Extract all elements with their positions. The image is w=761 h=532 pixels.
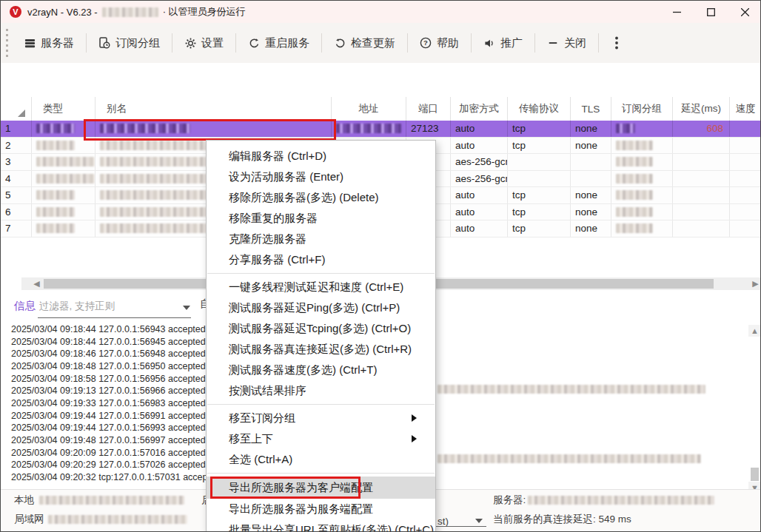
column-header-address[interactable]: 地址 bbox=[332, 97, 406, 121]
toolbar-item-label: 服务器 bbox=[41, 36, 74, 50]
menu-item-move-up-down[interactable]: 移至上下 bbox=[207, 428, 435, 449]
redacted-type bbox=[36, 190, 75, 200]
column-header-port[interactable]: 端口 bbox=[406, 97, 451, 121]
menu-item-export-server-config[interactable]: 导出所选服务器为服务端配置 bbox=[207, 499, 435, 519]
column-header-num[interactable] bbox=[1, 97, 32, 121]
toolbar-item-restart-service[interactable]: 重启服务 bbox=[238, 32, 319, 55]
toolbar-item-check-update[interactable]: 检查更新 bbox=[324, 32, 405, 55]
menu-item-export-client-config[interactable]: 导出所选服务器为客户端配置 bbox=[207, 477, 435, 499]
menu-item-remove-duplicate-servers[interactable]: 移除重复的服务器 bbox=[207, 208, 435, 229]
title-bar: V v2rayN - V6.23 - · 以管理员身份运行 bbox=[1, 1, 761, 23]
toolbar-item-more[interactable] bbox=[601, 33, 632, 53]
log-line-text: 2025/03/04 09:19:44 127.0.0.1:56993 acce… bbox=[11, 422, 206, 433]
select-all-corner-icon[interactable] bbox=[18, 110, 25, 117]
delay-value: 608 bbox=[706, 123, 723, 134]
chevron-down-icon[interactable] bbox=[475, 519, 483, 523]
vertical-scrollbar-thumb[interactable] bbox=[751, 468, 759, 481]
tls-cell bbox=[571, 171, 611, 187]
log-line-text: 2025/03/04 09:19:44 127.0.0.1:56991 acce… bbox=[11, 411, 206, 421]
column-header-transport[interactable]: 传输协议 bbox=[508, 97, 571, 121]
transport-value: tcp bbox=[512, 223, 526, 234]
column-header-encryption[interactable]: 加密方式 bbox=[451, 97, 508, 121]
toolbar-item-servers[interactable]: 服务器 bbox=[14, 32, 84, 55]
submenu-arrow-icon bbox=[412, 414, 417, 422]
menu-item-label: 导出所选服务器为服务端配置 bbox=[229, 502, 373, 515]
num-cell: 7 bbox=[1, 220, 32, 237]
log-info-tab[interactable]: 信息 bbox=[14, 299, 36, 313]
menu-item-test-latency-and-speed[interactable]: 一键多线程测试延迟和速度 (Ctrl+E) bbox=[207, 277, 435, 297]
menu-item-sort-by-test-result[interactable]: 按测试结果排序 bbox=[207, 380, 435, 401]
menu-item-test-tcping[interactable]: 测试服务器延迟Tcping(多选) (Ctrl+O) bbox=[207, 318, 435, 339]
transport-value: tcp bbox=[512, 206, 526, 218]
num-cell: 2 bbox=[1, 138, 32, 154]
close-button[interactable] bbox=[728, 1, 761, 23]
subscription_group-cell bbox=[611, 204, 673, 220]
redacted-type bbox=[36, 207, 75, 217]
encryption-value: aes-256-gcm bbox=[455, 173, 508, 184]
redacted-title-text bbox=[102, 7, 158, 17]
scroll-left-arrow[interactable]: ◀ bbox=[30, 277, 43, 290]
subscription_group-cell bbox=[611, 138, 673, 154]
toolbar-item-help[interactable]: ?帮助 bbox=[410, 32, 469, 55]
maximize-button[interactable] bbox=[694, 1, 728, 23]
num-cell: 5 bbox=[1, 187, 32, 203]
port-cell: 27123 bbox=[406, 121, 451, 137]
column-header-subscription_group[interactable]: 订阅分组 bbox=[611, 97, 673, 121]
column-header-speed[interactable]: 速度 bbox=[730, 97, 761, 121]
redacted-type bbox=[36, 124, 75, 133]
log-line-text: 2025/03/04 09:18:58 127.0.0.1:56956 acce… bbox=[11, 374, 206, 384]
annotation-box-selected-row bbox=[84, 119, 336, 141]
log-filter-input[interactable]: 过滤器, 支持正则 bbox=[39, 300, 115, 313]
system-proxy-combobox[interactable]: st) bbox=[438, 516, 449, 527]
menu-item-move-to-subscription-group[interactable]: 移至订阅分组 bbox=[207, 408, 435, 428]
chevron-down-icon[interactable] bbox=[183, 306, 190, 310]
column-header-tls[interactable]: TLS bbox=[571, 97, 611, 121]
toolbar-item-close[interactable]: 关闭 bbox=[537, 32, 596, 55]
toolbar-item-subscription-groups[interactable]: 订阅分组 bbox=[89, 32, 170, 55]
scroll-up-arrow[interactable]: ▲ bbox=[748, 325, 761, 337]
speed-cell bbox=[730, 171, 761, 187]
menu-item-label: 测试服务器速度(多选) (Ctrl+T) bbox=[229, 363, 377, 376]
svg-text:?: ? bbox=[423, 38, 428, 47]
speed-cell bbox=[730, 220, 761, 237]
menu-item-clone-selected-servers[interactable]: 克隆所选服务器 bbox=[207, 229, 435, 249]
menu-item-test-ping[interactable]: 测试服务器延迟Ping(多选) (Ctrl+P) bbox=[207, 297, 435, 318]
toolbar-separator bbox=[534, 33, 535, 53]
menu-item-edit-server[interactable]: 编辑服务器 (Ctrl+D) bbox=[207, 146, 435, 166]
encryption-value: auto bbox=[455, 189, 475, 201]
menu-item-test-real-delay[interactable]: 测试服务器真连接延迟(多选) (Ctrl+R) bbox=[207, 339, 435, 360]
menu-item-share-server[interactable]: 分享服务器 (Ctrl+F) bbox=[207, 249, 435, 270]
type-cell bbox=[32, 220, 95, 237]
speed-cell bbox=[730, 138, 761, 154]
kebab-icon bbox=[611, 37, 623, 49]
local-proxy-label: 本地 bbox=[14, 494, 34, 507]
column-header-alias[interactable]: 别名 bbox=[95, 97, 332, 121]
menu-item-remove-selected-servers[interactable]: 移除所选服务器(多选) (Delete) bbox=[207, 187, 435, 208]
tls-cell: none bbox=[571, 204, 611, 220]
redacted-subscription_group bbox=[616, 141, 653, 150]
menu-item-test-speed[interactable]: 测试服务器速度(多选) (Ctrl+T) bbox=[207, 360, 435, 380]
column-header-type[interactable]: 类型 bbox=[32, 97, 95, 121]
log-line-text: 2025/03/04 09:18:48 127.0.0.1:56950 acce… bbox=[11, 361, 206, 371]
type-cell bbox=[32, 204, 95, 220]
submenu-arrow-icon bbox=[412, 435, 417, 442]
transport-value: tcp bbox=[512, 140, 526, 151]
encryption-value: aes-256-gcm bbox=[455, 156, 508, 167]
log-line-text: 2025/03/04 09:20:09 127.0.0.1:57016 acce… bbox=[11, 448, 206, 458]
menu-item-select-all[interactable]: 全选 (Ctrl+A) bbox=[207, 449, 435, 470]
window-title: v2rayN - V6.23 - · 以管理员身份运行 bbox=[27, 5, 246, 18]
log-filter-underline bbox=[38, 317, 191, 318]
menu-item-set-active-server[interactable]: 设为活动服务器 (Enter) bbox=[207, 166, 435, 187]
encryption-value: auto bbox=[455, 223, 475, 234]
minimize-button[interactable] bbox=[660, 1, 694, 23]
scroll-right-arrow[interactable]: ▶ bbox=[749, 277, 761, 290]
redacted-alias bbox=[100, 174, 211, 183]
toolbar-item-settings[interactable]: 设置 bbox=[175, 32, 233, 55]
num-cell: 1 bbox=[1, 121, 32, 137]
column-header-delay[interactable]: 延迟(ms) bbox=[673, 97, 730, 121]
num-cell: 3 bbox=[1, 154, 32, 170]
menu-item-export-share-urls[interactable]: 批量导出分享URL至剪贴板(多选) (Ctrl+C) bbox=[207, 519, 435, 532]
menu-item-label: 测试服务器延迟Ping(多选) (Ctrl+P) bbox=[229, 301, 400, 314]
toolbar-item-promotion[interactable]: 推广 bbox=[474, 32, 532, 55]
redacted-log-line bbox=[438, 454, 701, 463]
